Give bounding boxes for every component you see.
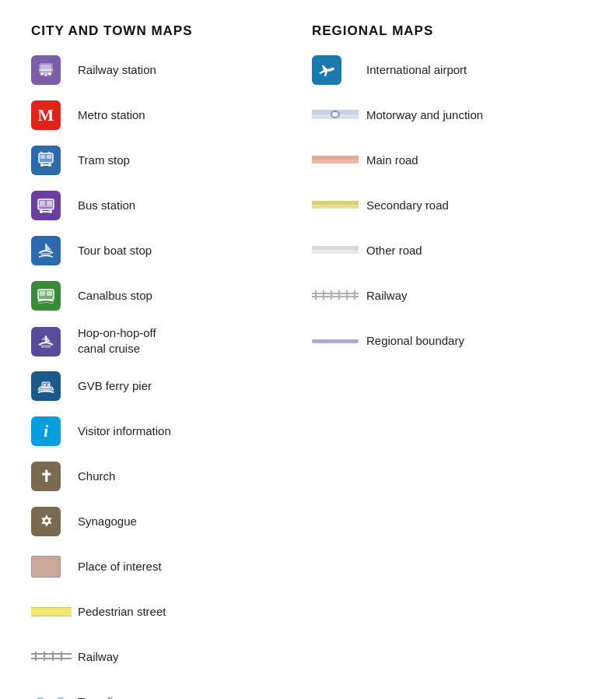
bus-station-icon <box>31 191 78 220</box>
secondary-road-label: Secondary road <box>366 198 449 213</box>
regional-maps-title: REGIONAL MAPS <box>312 23 585 39</box>
svg-rect-5 <box>39 69 53 71</box>
other-road-icon <box>312 245 366 256</box>
tram-stop-icon <box>31 146 78 175</box>
tram-line-label: Tram line <box>78 694 126 699</box>
place-of-interest-label: Place of interest <box>78 559 162 574</box>
canalbus-stop-label: Canalbus stop <box>78 288 152 304</box>
railway-station-label: Railway station <box>78 62 156 78</box>
svg-rect-8 <box>40 155 45 159</box>
svg-rect-24 <box>47 291 52 296</box>
list-item: Motorway and junction <box>312 100 585 131</box>
list-item: Main road <box>312 145 585 176</box>
metro-station-label: Metro station <box>78 107 145 123</box>
ferry-pier-label: GVB ferry pier <box>78 378 152 394</box>
canalbus-stop-icon <box>31 281 78 311</box>
visitor-info-icon: i <box>31 416 78 446</box>
svg-rect-17 <box>47 201 52 205</box>
list-item: Tram stop <box>31 145 304 176</box>
tram-stop-label: Tram stop <box>78 153 130 168</box>
main-road-icon <box>312 155 366 166</box>
list-item: Tour boat stop <box>31 235 304 266</box>
airport-icon <box>312 55 366 85</box>
svg-rect-27 <box>47 384 50 386</box>
svg-rect-26 <box>44 384 46 386</box>
hopoff-icon <box>31 327 78 357</box>
motorway-icon <box>312 108 366 122</box>
motorway-label: Motorway and junction <box>366 107 483 123</box>
regional-maps-column: REGIONAL MAPS International airport <box>304 23 585 699</box>
secondary-road-icon <box>312 200 366 211</box>
regional-boundary-label: Regional boundary <box>366 333 464 349</box>
list-item: Tram line <box>31 687 304 699</box>
airport-label: International airport <box>366 62 467 78</box>
list-item: Other road <box>312 235 585 266</box>
svg-rect-16 <box>40 201 45 205</box>
list-item: ✝ Church <box>31 461 304 492</box>
hopoff-label: Hop-on-hop-offcanal cruise <box>78 325 156 356</box>
list-item: Railway <box>312 280 585 311</box>
city-maps-title: CITY AND TOWN MAPS <box>31 23 304 39</box>
visitor-info-label: Visitor information <box>78 423 171 439</box>
church-icon: ✝ <box>31 462 78 491</box>
list-item: Railway <box>31 641 304 673</box>
pedestrian-street-icon <box>31 607 78 616</box>
list-item: Hop-on-hop-offcanal cruise <box>31 325 304 357</box>
list-item: i Visitor information <box>31 416 304 447</box>
list-item: Railway station <box>31 54 304 86</box>
svg-rect-21 <box>38 205 54 207</box>
list-item: GVB ferry pier <box>31 371 304 402</box>
svg-rect-9 <box>47 155 51 159</box>
city-railway-icon <box>31 651 78 663</box>
list-item: Regional boundary <box>312 325 585 357</box>
bus-station-label: Bus station <box>78 198 135 213</box>
railway-station-icon <box>31 55 78 85</box>
pedestrian-street-label: Pedestrian street <box>78 604 166 620</box>
list-item: Place of interest <box>31 551 304 582</box>
synagogue-label: Synagogue <box>78 514 137 529</box>
place-of-interest-icon <box>31 556 78 578</box>
svg-rect-4 <box>41 72 51 74</box>
list-item: Pedestrian street <box>31 596 304 627</box>
main-road-label: Main road <box>366 153 418 168</box>
regional-boundary-icon <box>312 339 366 343</box>
reg-railway-label: Railway <box>366 288 408 304</box>
ferry-pier-icon <box>31 371 78 401</box>
church-label: Church <box>78 469 115 484</box>
other-road-label: Other road <box>366 243 422 258</box>
city-railway-label: Railway <box>78 649 119 665</box>
tram-line-icon <box>31 696 78 699</box>
metro-station-icon: M <box>31 100 78 130</box>
list-item: Secondary road <box>312 190 585 221</box>
synagogue-icon: ✡ <box>31 507 78 536</box>
svg-rect-6 <box>44 74 47 76</box>
tour-boat-stop-label: Tour boat stop <box>78 243 152 258</box>
list-item: M Metro station <box>31 100 304 131</box>
list-item: Bus station <box>31 190 304 221</box>
list-item: ✡ Synagogue <box>31 506 304 537</box>
svg-rect-23 <box>40 291 45 296</box>
list-item: Canalbus stop <box>31 280 304 311</box>
reg-railway-icon <box>312 290 366 302</box>
list-item: International airport <box>312 54 585 86</box>
city-maps-column: CITY AND TOWN MAPS Railway station <box>31 23 304 699</box>
tour-boat-stop-icon <box>31 236 78 265</box>
